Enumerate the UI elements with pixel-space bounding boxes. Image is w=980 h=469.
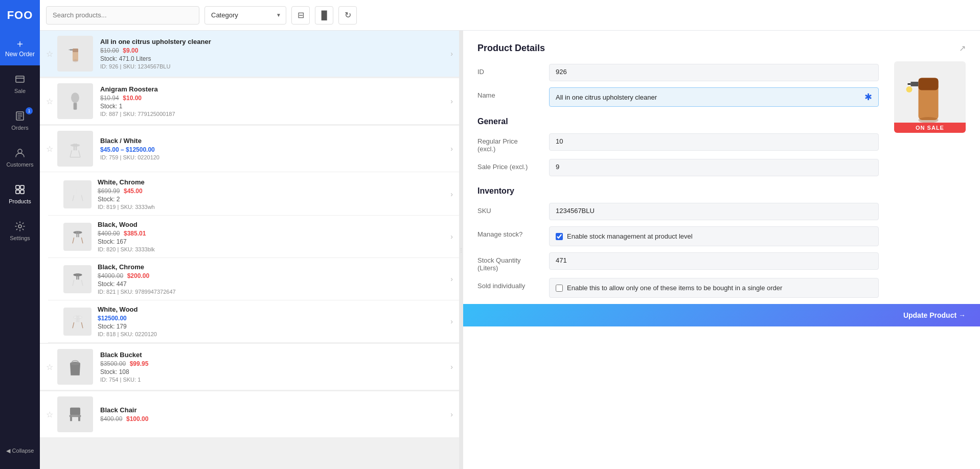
chevron-right-icon: › xyxy=(450,145,453,153)
product-item[interactable]: ☆ Anigram Roostera $10.94 $10.00 Stock: … xyxy=(40,78,459,125)
search-input[interactable] xyxy=(46,6,199,25)
detail-header: Product Details ↗ xyxy=(477,43,966,54)
product-thumbnail xyxy=(63,308,92,336)
app-logo: FOO xyxy=(0,0,40,31)
svg-rect-4 xyxy=(20,185,24,189)
filter-button[interactable]: ⊟ xyxy=(291,6,310,25)
product-price-sale: $100.00 xyxy=(126,415,148,423)
main-content: Category All Categories Cleaning Furnitu… xyxy=(40,0,980,469)
new-order-button[interactable]: ＋ New Order xyxy=(0,31,40,65)
product-price-old: $400.00 xyxy=(100,415,122,423)
svg-rect-15 xyxy=(74,144,75,150)
product-list: ☆ All in one citrus upholstery cleaner $… xyxy=(40,31,459,469)
star-icon[interactable]: ☆ xyxy=(46,97,53,106)
svg-rect-3 xyxy=(16,185,19,189)
chevron-right-icon: › xyxy=(450,50,453,58)
manage-stock-checkbox[interactable] xyxy=(556,233,563,240)
sale-price-row: Sale Price (excl.) 9 xyxy=(477,159,966,176)
sidebar: FOO ＋ New Order Sale Orders 1 xyxy=(0,0,40,469)
sold-individually-checkbox[interactable] xyxy=(556,285,563,292)
regular-price-row: Regular Price(excl.) 10 xyxy=(477,133,966,153)
product-item[interactable]: ☆ Black / White $45.00 – $12500.00 xyxy=(40,126,459,172)
product-thumbnail xyxy=(57,131,93,167)
refresh-button[interactable]: ↻ xyxy=(338,6,357,25)
star-icon[interactable]: ☆ xyxy=(46,49,53,59)
external-link-icon[interactable]: ↗ xyxy=(959,43,966,53)
svg-rect-0 xyxy=(16,76,24,82)
svg-point-12 xyxy=(71,92,79,103)
sold-individually-text: Enable this to allow only one of these i… xyxy=(567,284,782,292)
product-id: ID: 818 | SKU: 0220120 xyxy=(98,331,446,337)
product-name: Black Chair xyxy=(100,406,446,414)
product-item[interactable]: ☆ Black Bucket $3500.00 $99.95 Stock: 10… xyxy=(40,344,459,390)
product-stock: Stock: 167 xyxy=(98,238,446,245)
product-id: ID: 819 | SKU: 3333wh xyxy=(98,204,446,210)
collapse-label: Collapse xyxy=(12,448,34,454)
star-icon[interactable]: ☆ xyxy=(46,362,53,372)
product-stock: Stock: 1 xyxy=(100,103,446,110)
svg-rect-19 xyxy=(78,189,79,195)
product-item[interactable]: ☆ Black Chair $400.00 $100.00 xyxy=(40,391,459,438)
star-icon[interactable]: ☆ xyxy=(46,410,53,419)
product-info: Black / White $45.00 – $12500.00 ID: 759… xyxy=(100,137,446,160)
product-thumbnail xyxy=(63,265,92,293)
product-item[interactable]: ☆ All in one citrus upholstery cleaner $… xyxy=(40,31,459,77)
inventory-section-title: Inventory xyxy=(477,186,966,196)
collapse-button[interactable]: ◀ Collapse xyxy=(0,440,40,461)
variant-item[interactable]: White, Wood $12500.00 Stock: 179 ID: 818… xyxy=(48,300,459,343)
sidebar-item-products[interactable]: Products xyxy=(0,176,40,213)
product-price-sale: $12500.00 xyxy=(98,315,127,322)
svg-rect-25 xyxy=(78,273,79,279)
sidebar-item-sale[interactable]: Sale xyxy=(0,65,40,102)
category-select[interactable]: Category All Categories Cleaning Furnitu… xyxy=(204,6,286,25)
sold-individually-row: Sold individually Enable this to allow o… xyxy=(477,278,966,298)
svg-point-23 xyxy=(73,273,82,276)
variant-item[interactable]: Black, Wood $400.00 $385.01 Stock: 167 I… xyxy=(48,216,459,258)
sale-icon xyxy=(14,74,26,85)
name-value[interactable]: All in one citrus upholstery cleaner ✱ xyxy=(549,87,879,107)
on-sale-badge: ON SALE xyxy=(894,123,966,133)
sidebar-item-customers[interactable]: Customers xyxy=(0,139,40,176)
star-icon[interactable]: ☆ xyxy=(46,144,53,154)
product-price-sale: $385.01 xyxy=(124,230,146,237)
orders-badge: 1 xyxy=(26,107,33,114)
regular-price-value[interactable]: 10 xyxy=(549,133,879,151)
sold-individually-label: Sold individually xyxy=(477,278,549,290)
refresh-icon: ↻ xyxy=(345,10,351,20)
update-product-button[interactable]: Update Product → xyxy=(903,311,966,319)
product-image: ON SALE xyxy=(894,61,966,133)
product-id: ID: 926 | SKU: 1234567BLU xyxy=(100,63,446,69)
sidebar-item-sale-label: Sale xyxy=(14,88,26,94)
barcode-button[interactable]: ▐▌ xyxy=(315,6,333,25)
sidebar-item-products-label: Products xyxy=(9,198,31,204)
sold-individually-value: Enable this to allow only one of these i… xyxy=(549,278,879,298)
variant-item[interactable]: Black, Chrome $4000.00 $200.00 Stock: 44… xyxy=(48,258,459,300)
product-price-sale: $200.00 xyxy=(127,272,149,279)
name-label: Name xyxy=(477,87,549,99)
product-info: Black Bucket $3500.00 $99.95 Stock: 108 … xyxy=(100,351,446,383)
product-stock: Stock: 108 xyxy=(100,368,446,376)
variant-item[interactable]: White, Chrome $699.99 $45.00 Stock: 2 ID… xyxy=(48,173,459,216)
product-id: ID: 759 | SKU: 0220120 xyxy=(100,154,446,160)
stock-qty-label: Stock Quantity(Liters) xyxy=(477,252,549,272)
topbar: Category All Categories Cleaning Furnitu… xyxy=(40,0,980,31)
svg-rect-27 xyxy=(76,316,77,322)
svg-rect-22 xyxy=(78,231,79,237)
svg-point-29 xyxy=(70,362,80,365)
variant-name: White, Wood xyxy=(98,306,446,313)
sidebar-item-settings[interactable]: Settings xyxy=(0,213,40,249)
id-field-row: ID 926 xyxy=(477,64,966,81)
svg-rect-6 xyxy=(20,190,24,194)
sale-price-value[interactable]: 9 xyxy=(549,159,879,176)
stock-qty-row: Stock Quantity(Liters) 471 xyxy=(477,252,966,272)
product-price-old: $4000.00 xyxy=(98,272,123,279)
chevron-right-icon: › xyxy=(450,410,453,418)
sku-value[interactable]: 1234567BLU xyxy=(549,203,879,220)
svg-rect-24 xyxy=(76,273,77,279)
sold-individually-checkbox-row: Enable this to allow only one of these i… xyxy=(556,282,872,294)
resize-handle[interactable]: ⋮ xyxy=(459,31,463,469)
sidebar-item-orders[interactable]: Orders 1 xyxy=(0,102,40,139)
product-price-old: $400.00 xyxy=(98,230,120,237)
product-thumbnail xyxy=(57,396,93,432)
stock-qty-value[interactable]: 471 xyxy=(549,252,879,270)
